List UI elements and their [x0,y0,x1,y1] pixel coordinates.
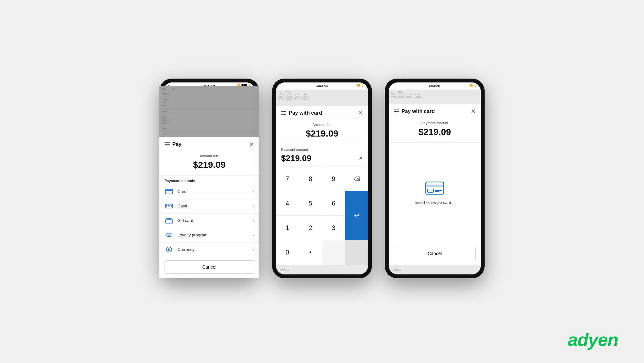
close-button-1[interactable]: ✕ [249,141,254,147]
amount-section-1: Amount due $219.09 [163,150,255,176]
menu-icon-3 [394,110,399,113]
status-bar-3: 10:28 AM 📶 🔋 [389,82,481,90]
amount-value-2: $219.09 [281,127,363,140]
bg-content-3: Lin...ITEM VanA... Quan... Size-... Sale… [389,90,481,104]
key-7[interactable]: 7 [276,167,299,191]
svg-text:$: $ [168,248,170,252]
modal-header-3: Pay with card ✕ [389,104,481,117]
time-2: 10:28 AM [317,84,328,87]
cash-chevron: › [253,204,254,208]
insert-card-text: Insert or swipe card... [415,200,455,205]
numpad: 7 8 9 4 5 6 [276,167,368,265]
svg-rect-1 [166,190,173,191]
amount-label-1: Amount due [165,154,254,158]
bg-content-2: Lin...ITEM VanA... Quan... Size-... Sale… [276,90,368,106]
modal-title-2: Pay with card [289,110,322,116]
amount-label-3: Payment amount [394,121,476,125]
key-1[interactable]: 1 [276,216,299,240]
bottom-amount-2: AMO... [276,265,368,274]
gift-card-icon [165,217,174,224]
battery-icon-2: 🔋 [361,84,364,87]
card-large-icon [425,181,444,196]
key-9[interactable]: 9 [322,167,345,191]
svg-rect-0 [166,189,173,194]
key-0[interactable]: 0 [276,240,299,264]
cash-icon [165,203,174,209]
svg-rect-17 [428,189,433,192]
cancel-button-3[interactable]: Cancel [394,247,476,260]
amount-section-3: Payment amount $219.09 [389,117,481,143]
payment-method-currency[interactable]: $ Currency › [163,243,255,257]
key-2[interactable]: 2 [299,216,322,240]
status-bar-2: 10:28 AM 📶 🔋 [276,82,368,90]
payment-amount-row: $219.09 ✕ [276,152,368,167]
insert-card-section: Insert or swipe card... [389,143,481,244]
pay-modal: Pay ✕ Amount due $219.09 Payment methods [163,137,255,274]
gift-card-chevron: › [253,218,254,223]
cancel-button-1[interactable]: Cancel [165,260,254,274]
amount-section-2: Amount due $219.09 [276,119,368,144]
currency-icon: $ [165,246,174,253]
loyalty-label: Loyalty program [177,233,253,237]
cash-label: Cash [177,204,253,208]
pay-with-card-modal-3: Pay with card ✕ Payment amount $219.09 [389,104,481,274]
key-dot[interactable]: • [299,240,322,264]
loyalty-chevron: › [253,233,254,237]
key-enter[interactable] [345,191,368,240]
svg-rect-16 [426,185,444,187]
phone-1: ▲ 10:28 AM 📶 ▋▋▋ 🔋 Lin... ITEM VanA... Q… [159,79,259,278]
payment-method-giftcard[interactable]: Gift card › [163,214,255,228]
bottom-amount-3: AMO... [389,265,481,274]
payment-amount-value-2: $219.09 [281,153,311,163]
adyen-logo: adyen [568,329,618,350]
payment-method-cash[interactable]: Cash › [163,199,255,214]
loyalty-icon [165,232,174,238]
modal-title-1: Pay [172,141,181,147]
key-8[interactable]: 8 [299,167,322,191]
modal-header-2: Pay with card ✕ [276,106,368,119]
payment-method-loyalty[interactable]: Loyalty program › [163,228,255,243]
close-button-2[interactable]: ✕ [358,110,363,116]
amount-value-1: $219.09 [165,158,254,171]
currency-chevron: › [253,247,254,252]
phone-3: 10:28 AM 📶 🔋 Lin...ITEM VanA... Quan... … [385,79,485,278]
currency-label: Currency [177,247,253,252]
key-5[interactable]: 5 [299,191,322,215]
gift-card-label: Gift card [177,218,253,223]
modal-title-3: Pay with card [402,109,435,114]
modal-overlay-1: Pay ✕ Amount due $219.09 Payment methods [163,86,255,274]
menu-icon-2 [281,111,286,115]
battery-icon-3: 🔋 [474,84,477,87]
key-empty [322,240,345,264]
key-3[interactable]: 3 [322,216,345,240]
phone-2: 10:28 AM 📶 🔋 Lin...ITEM VanA... Quan... … [272,79,372,278]
key-6[interactable]: 6 [322,191,345,215]
wifi-icon-3: 📶 [469,84,473,87]
menu-icon-1 [165,142,170,146]
wifi-icon-2: 📶 [357,84,360,87]
card-icon [165,188,174,195]
amount-value-3: $219.09 [394,126,476,139]
clear-button[interactable]: ✕ [359,155,363,161]
payment-methods-label: Payment methods [163,176,255,185]
key-backspace[interactable] [345,167,368,191]
key-4[interactable]: 4 [276,191,299,215]
svg-point-3 [168,205,170,207]
card-chevron: › [253,189,254,194]
modal-header-1: Pay ✕ [163,137,255,150]
payment-method-card[interactable]: Card › [163,185,255,199]
pay-with-card-modal: Pay with card ✕ Amount due $219.09 Payme… [276,106,368,274]
payment-amount-label-2: Payment amount [276,144,368,152]
time-3: 10:28 AM [429,84,440,87]
card-label: Card [177,189,253,194]
close-button-3[interactable]: ✕ [471,109,476,114]
amount-label-2: Amount due [281,123,363,127]
